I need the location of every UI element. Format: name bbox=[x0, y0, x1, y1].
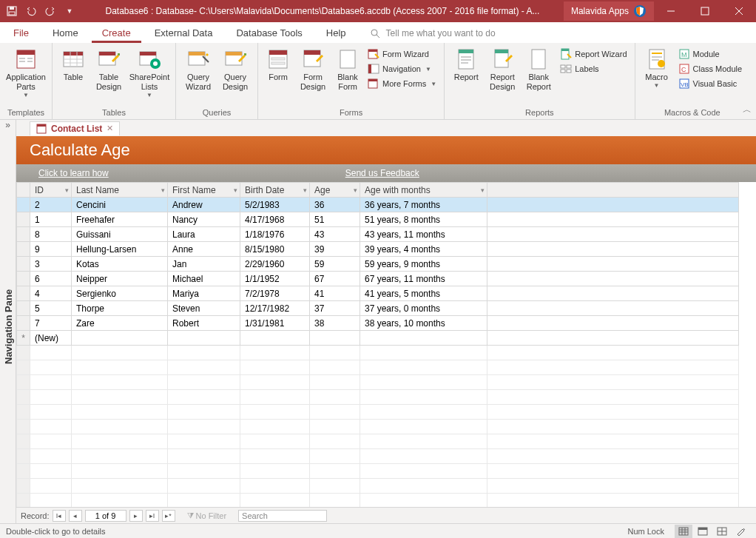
prev-record-button[interactable]: ◂ bbox=[69, 510, 82, 522]
col-header-id[interactable]: ID▾ bbox=[30, 183, 72, 198]
table-design-button[interactable]: Table Design bbox=[91, 46, 126, 93]
class-module-button[interactable]: CClass Module bbox=[677, 62, 744, 75]
cell-id[interactable]: 9 bbox=[30, 242, 72, 257]
table-row[interactable]: 3KotasJan2/29/19605959 years, 9 months bbox=[17, 257, 739, 272]
last-record-button[interactable]: ▸I bbox=[146, 510, 159, 522]
table-row[interactable]: 1FreehaferNancy4/17/19685151 years, 8 mo… bbox=[17, 212, 739, 227]
cell-birth-date[interactable]: 1/31/1981 bbox=[240, 316, 310, 331]
query-design-button[interactable]: Query Design bbox=[217, 46, 253, 93]
cell-id[interactable]: 4 bbox=[30, 286, 72, 301]
report-button[interactable]: Report bbox=[449, 46, 483, 84]
close-button[interactable] bbox=[722, 0, 756, 22]
visual-basic-button[interactable]: VBVisual Basic bbox=[677, 77, 744, 90]
report-design-button[interactable]: Report Design bbox=[485, 46, 520, 93]
form-view-button[interactable] bbox=[694, 525, 712, 538]
row-header[interactable] bbox=[17, 198, 30, 212]
cell-age-months[interactable]: 37 years, 0 months bbox=[360, 301, 487, 316]
cell-birth-date[interactable]: 8/15/1980 bbox=[240, 242, 310, 257]
no-filter-indicator[interactable]: ⧩No Filter bbox=[187, 511, 227, 520]
cell-birth-date[interactable]: 12/17/1982 bbox=[240, 301, 310, 316]
table-row[interactable]: 2CenciniAndrew5/2/19833636 years, 7 mont… bbox=[17, 198, 739, 212]
redo-button[interactable] bbox=[41, 2, 59, 20]
cell-last-name[interactable]: Guissani bbox=[72, 227, 168, 242]
cell-blank[interactable] bbox=[487, 212, 739, 227]
cell-first-name[interactable]: Laura bbox=[168, 227, 240, 242]
cell-last-name[interactable]: Freehafer bbox=[72, 212, 168, 227]
cell-id[interactable]: 2 bbox=[30, 198, 72, 212]
form-design-button[interactable]: Form Design bbox=[295, 46, 331, 93]
cell-age-months[interactable]: 43 years, 11 months bbox=[360, 227, 487, 242]
cell-blank[interactable] bbox=[487, 286, 739, 301]
cell-last-name[interactable]: Sergienko bbox=[72, 286, 168, 301]
cell-birth-date[interactable]: 5/2/1983 bbox=[240, 198, 310, 212]
select-all-corner[interactable] bbox=[17, 183, 30, 198]
undo-button[interactable] bbox=[22, 2, 40, 20]
cell-id[interactable]: 1 bbox=[30, 212, 72, 227]
application-parts-button[interactable]: Application Parts ▼ bbox=[4, 46, 47, 100]
navigation-button[interactable]: Navigation▼ bbox=[366, 62, 438, 75]
datasheet[interactable]: ID▾ Last Name▾ First Name▾ Birth Date▾ A… bbox=[16, 182, 756, 507]
maximize-button[interactable] bbox=[688, 0, 722, 22]
cell-age[interactable]: 38 bbox=[310, 316, 360, 331]
navigation-pane-collapsed[interactable]: » Navigation Pane bbox=[0, 120, 16, 523]
cell-blank[interactable] bbox=[487, 316, 739, 331]
blank-report-button[interactable]: Blank Report bbox=[522, 46, 556, 93]
cell-first-name[interactable]: Michael bbox=[168, 272, 240, 286]
cell-id[interactable]: 7 bbox=[30, 316, 72, 331]
col-header-birth-date[interactable]: Birth Date▾ bbox=[240, 183, 310, 198]
cell-blank[interactable] bbox=[487, 227, 739, 242]
cell-age-months[interactable]: 51 years, 8 months bbox=[360, 212, 487, 227]
datasheet-view-button[interactable] bbox=[675, 525, 692, 538]
cell-age[interactable]: 39 bbox=[310, 242, 360, 257]
minimize-button[interactable] bbox=[654, 0, 688, 22]
table-row[interactable]: 4SergienkoMariya7/2/19784141 years, 5 mo… bbox=[17, 286, 739, 301]
blank-form-button[interactable]: Blank Form bbox=[332, 46, 363, 93]
feedback-link[interactable]: Send us Feedback bbox=[345, 168, 419, 178]
new-record-button[interactable]: ▸* bbox=[162, 510, 175, 522]
table-button[interactable]: Table bbox=[57, 46, 90, 84]
cell-birth-date[interactable]: 2/29/1960 bbox=[240, 257, 310, 272]
cell-age-months[interactable]: 39 years, 4 months bbox=[360, 242, 487, 257]
form-button[interactable]: Form bbox=[263, 46, 294, 84]
cell-id[interactable]: (New) bbox=[30, 331, 72, 346]
doc-tab-contact-list[interactable]: Contact List ✕ bbox=[30, 121, 120, 135]
cell-first-name[interactable]: Steven bbox=[168, 301, 240, 316]
expand-nav-icon[interactable]: » bbox=[0, 120, 16, 130]
cell-age-months[interactable]: 67 years, 11 months bbox=[360, 272, 487, 286]
cell-first-name[interactable]: Robert bbox=[168, 316, 240, 331]
cell-last-name[interactable]: Hellung-Larsen bbox=[72, 242, 168, 257]
cell-birth-date[interactable]: 1/18/1976 bbox=[240, 227, 310, 242]
tab-home[interactable]: Home bbox=[42, 23, 89, 43]
new-record-row[interactable]: *(New) bbox=[17, 331, 739, 346]
cell-first-name[interactable]: Nancy bbox=[168, 212, 240, 227]
tab-help[interactable]: Help bbox=[316, 23, 357, 43]
cell-birth-date[interactable]: 7/2/1978 bbox=[240, 286, 310, 301]
cell-birth-date[interactable]: 4/17/1968 bbox=[240, 212, 310, 227]
collapse-ribbon-icon[interactable]: ︿ bbox=[743, 104, 752, 116]
next-record-button[interactable]: ▸ bbox=[129, 510, 143, 522]
cell-id[interactable]: 8 bbox=[30, 227, 72, 242]
cell-birth-date[interactable]: 1/1/1952 bbox=[240, 272, 310, 286]
cell-age[interactable]: 51 bbox=[310, 212, 360, 227]
tab-create[interactable]: Create bbox=[92, 23, 141, 43]
design-view-button[interactable] bbox=[732, 525, 750, 538]
cell-first-name[interactable]: Anne bbox=[168, 242, 240, 257]
row-header[interactable] bbox=[17, 242, 30, 257]
tab-file[interactable]: File bbox=[3, 23, 39, 43]
tell-me-search[interactable]: Tell me what you want to do bbox=[360, 24, 506, 43]
cell-age[interactable]: 59 bbox=[310, 257, 360, 272]
module-button[interactable]: MModule bbox=[677, 47, 744, 61]
cell-blank[interactable] bbox=[487, 198, 739, 212]
row-header[interactable] bbox=[17, 286, 30, 301]
cell-id[interactable]: 3 bbox=[30, 257, 72, 272]
cell-age[interactable]: 36 bbox=[310, 198, 360, 212]
record-position-input[interactable] bbox=[85, 510, 126, 522]
table-row[interactable]: 7ZareRobert1/31/19813838 years, 10 month… bbox=[17, 316, 739, 331]
cell-age-months[interactable]: 59 years, 9 months bbox=[360, 257, 487, 272]
cell-age-months[interactable]: 41 years, 5 months bbox=[360, 286, 487, 301]
row-header[interactable] bbox=[17, 212, 30, 227]
cell-age[interactable]: 43 bbox=[310, 227, 360, 242]
cell-id[interactable]: 5 bbox=[30, 301, 72, 316]
cell-age[interactable]: 37 bbox=[310, 301, 360, 316]
report-wizard-button[interactable]: Report Wizard bbox=[558, 47, 628, 61]
